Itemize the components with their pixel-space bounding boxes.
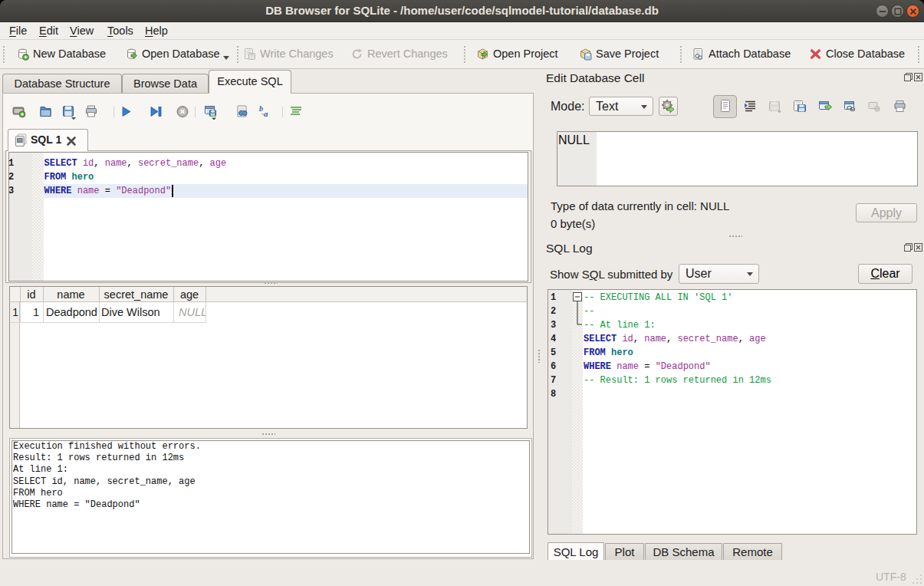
svg-text:b: b <box>259 104 263 113</box>
